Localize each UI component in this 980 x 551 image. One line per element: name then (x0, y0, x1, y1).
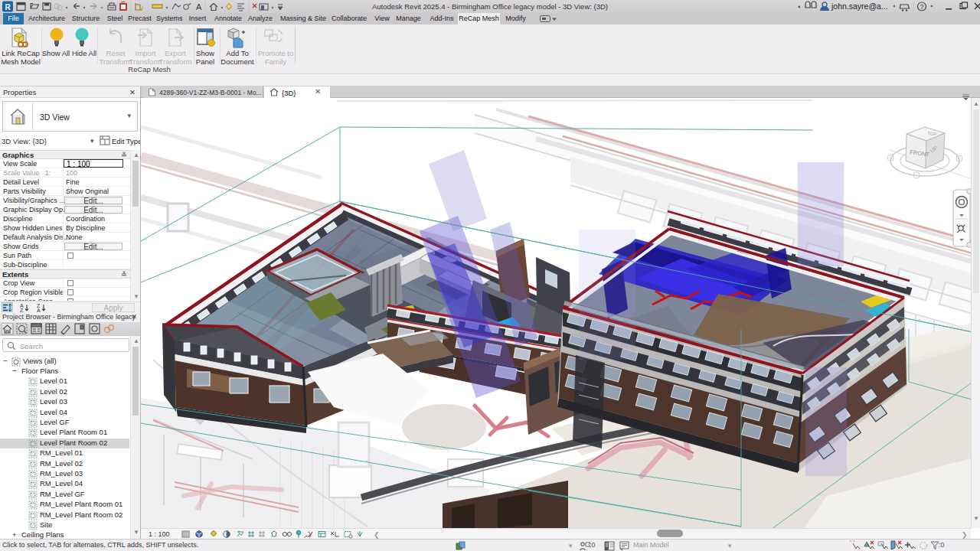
svg-text:?: ? (920, 3, 923, 11)
svg-text:R: R (5, 3, 11, 11)
svg-text:A: A (196, 2, 202, 11)
svg-text:john.sayre@a...: john.sayre@a... (831, 2, 888, 11)
